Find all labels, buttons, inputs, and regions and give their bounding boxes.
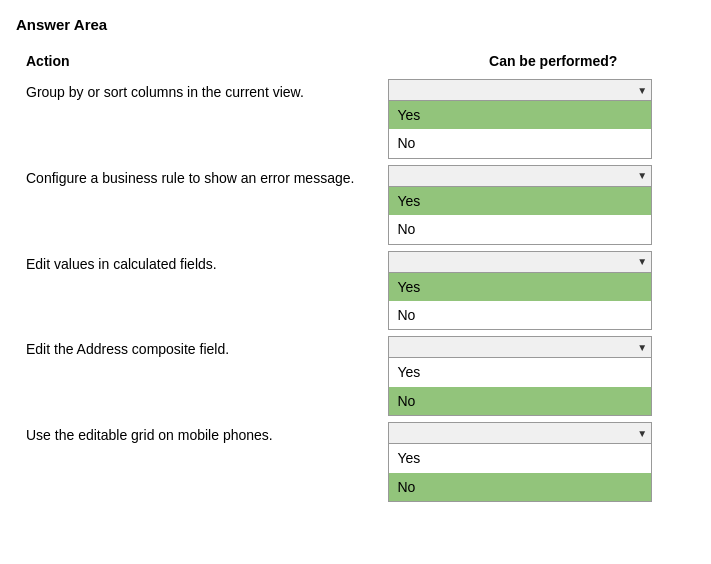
option-no-1[interactable]: No — [389, 129, 651, 157]
dropdown-header-4[interactable]: ▼ — [388, 336, 652, 358]
option-no-2[interactable]: No — [389, 215, 651, 243]
dropdown-arrow-3: ▼ — [637, 256, 647, 267]
dropdown-arrow-1: ▼ — [637, 85, 647, 96]
dropdown-1[interactable]: ▼ Yes No — [388, 79, 652, 159]
header-action: Action — [26, 53, 388, 69]
option-yes-1[interactable]: Yes — [389, 101, 651, 129]
option-no-5[interactable]: No — [389, 473, 651, 501]
dropdown-header-2[interactable]: ▼ — [388, 165, 652, 187]
dropdown-arrow-5: ▼ — [637, 428, 647, 439]
action-text-4: Edit the Address composite field. — [26, 336, 388, 360]
option-yes-5[interactable]: Yes — [389, 444, 651, 472]
table-header: Action Can be performed? — [16, 53, 695, 69]
dropdown-arrow-2: ▼ — [637, 170, 647, 181]
option-yes-3[interactable]: Yes — [389, 273, 651, 301]
dropdown-4[interactable]: ▼ Yes No — [388, 336, 652, 416]
table-row: Group by or sort columns in the current … — [16, 79, 695, 159]
dropdown-options-3: Yes No — [388, 273, 652, 331]
answer-area-title: Answer Area — [16, 16, 695, 33]
dropdown-5[interactable]: ▼ Yes No — [388, 422, 652, 502]
table-container: Action Can be performed? Group by or sor… — [16, 53, 695, 502]
dropdown-options-5: Yes No — [388, 444, 652, 502]
table-row: Edit values in calculated fields. ▼ Yes … — [16, 251, 695, 331]
dropdown-options-2: Yes No — [388, 187, 652, 245]
option-no-4[interactable]: No — [389, 387, 651, 415]
dropdown-header-3[interactable]: ▼ — [388, 251, 652, 273]
dropdown-header-1[interactable]: ▼ — [388, 79, 652, 101]
option-yes-2[interactable]: Yes — [389, 187, 651, 215]
dropdown-options-4: Yes No — [388, 358, 652, 416]
action-text-5: Use the editable grid on mobile phones. — [26, 422, 388, 446]
option-no-3[interactable]: No — [389, 301, 651, 329]
dropdown-arrow-4: ▼ — [637, 342, 647, 353]
action-text-1: Group by or sort columns in the current … — [26, 79, 388, 103]
table-row: Configure a business rule to show an err… — [16, 165, 695, 245]
option-yes-4[interactable]: Yes — [389, 358, 651, 386]
action-text-2: Configure a business rule to show an err… — [26, 165, 388, 189]
dropdown-options-1: Yes No — [388, 101, 652, 159]
dropdown-header-5[interactable]: ▼ — [388, 422, 652, 444]
header-can-perform: Can be performed? — [421, 53, 685, 69]
action-text-3: Edit values in calculated fields. — [26, 251, 388, 275]
dropdown-3[interactable]: ▼ Yes No — [388, 251, 652, 331]
table-row: Edit the Address composite field. ▼ Yes … — [16, 336, 695, 416]
table-row: Use the editable grid on mobile phones. … — [16, 422, 695, 502]
dropdown-2[interactable]: ▼ Yes No — [388, 165, 652, 245]
